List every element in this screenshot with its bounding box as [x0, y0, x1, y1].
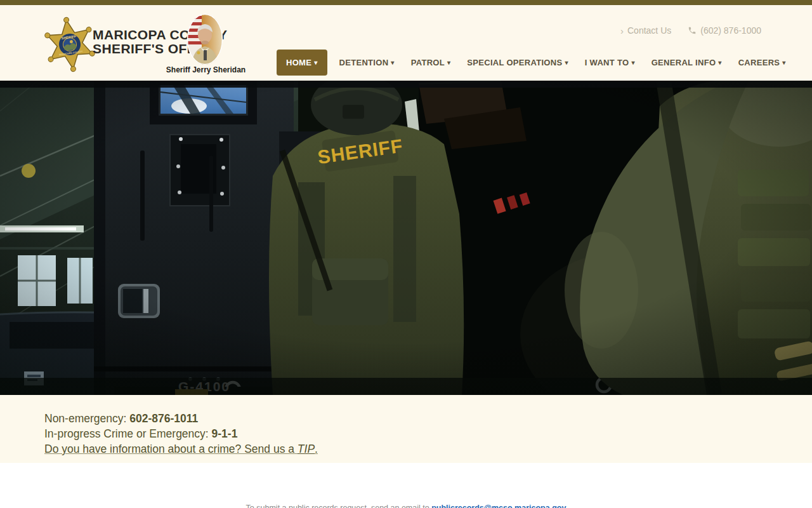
chevron-down-icon: ▾ [631, 59, 634, 66]
non-emergency-number: 602-876-1011 [129, 412, 198, 425]
chevron-down-icon: ▾ [314, 59, 317, 66]
nav-item-detention[interactable]: DETENTION▾ [331, 50, 403, 76]
top-accent-bar [0, 0, 812, 5]
nav-general-info-label: GENERAL INFO [652, 58, 716, 67]
tip-suffix: . [315, 443, 318, 455]
public-records-section: To submit a public records request, send… [0, 463, 812, 508]
chevron-down-icon: ▾ [718, 59, 721, 66]
nav-special-operations-label: SPECIAL OPERATIONS [467, 58, 562, 67]
contact-us-link[interactable]: › Contact Us [620, 25, 671, 36]
nav-item-general-info[interactable]: GENERAL INFO▾ [643, 50, 730, 76]
phone-number: (602) 876-1000 [700, 25, 761, 36]
sheriff-caption: Sheriff Jerry Sheridan [160, 65, 252, 74]
chevron-down-icon: ▾ [391, 59, 394, 66]
in-progress-number: 9-1-1 [212, 427, 238, 440]
hero-video-still: G-4100 SHERIFF [0, 81, 812, 395]
phone-icon [688, 26, 697, 35]
tip-link[interactable]: TIP [298, 443, 315, 455]
nav-patrol-label: PATROL [411, 58, 445, 67]
header-quick-links: › Contact Us (602) 876-1000 [620, 25, 761, 36]
nav-i-want-to-label: I WANT TO [585, 58, 629, 67]
nav-item-i-want-to[interactable]: I WANT TO▾ [577, 50, 643, 76]
hero-banner: G-4100 SHERIFF [0, 81, 812, 395]
main-navigation: HOME▾ DETENTION▾ PATROL▾ SPECIAL OPERATI… [277, 50, 794, 76]
contact-us-label: Contact Us [627, 25, 671, 36]
public-records-email-link[interactable]: publicrecords@mcso.maricopa.gov [431, 504, 566, 508]
phone-link[interactable]: (602) 876-1000 [688, 25, 761, 36]
hero-vignette [0, 81, 812, 395]
nav-detention-label: DETENTION [339, 58, 389, 67]
tip-line: Do you have information about a crime? S… [44, 441, 812, 457]
emergency-info-section: Non-emergency: 602-876-1011 In-progress … [0, 395, 812, 463]
public-records-text: To submit a public records request, send… [246, 504, 432, 508]
sheriff-portrait-photo [187, 13, 223, 65]
nav-home-label: HOME [286, 58, 311, 67]
nav-item-home[interactable]: HOME▾ [277, 50, 327, 76]
chevron-down-icon: ▾ [447, 59, 450, 66]
non-emergency-line: Non-emergency: 602-876-1011 [44, 411, 812, 426]
in-progress-label: In-progress Crime or Emergency: [44, 427, 212, 440]
site-header: SHERIFF MARICOPA COUNTY MARICOPA COUNTY … [0, 5, 812, 81]
public-records-line: To submit a public records request, send… [0, 504, 812, 508]
non-emergency-label: Non-emergency: [44, 412, 129, 425]
in-progress-line: In-progress Crime or Emergency: 9-1-1 [44, 426, 812, 441]
chevron-right-icon: › [620, 26, 624, 36]
mcso-badge-logo: SHERIFF MARICOPA COUNTY [43, 14, 96, 75]
chevron-down-icon: ▾ [565, 59, 568, 66]
chevron-down-icon: ▾ [782, 59, 785, 66]
tip-question: Do you have information about a crime? S… [44, 443, 298, 455]
nav-careers-label: CAREERS [738, 58, 780, 67]
nav-item-careers[interactable]: CAREERS▾ [730, 50, 794, 76]
nav-item-special-operations[interactable]: SPECIAL OPERATIONS▾ [459, 50, 576, 76]
nav-item-patrol[interactable]: PATROL▾ [403, 50, 459, 76]
